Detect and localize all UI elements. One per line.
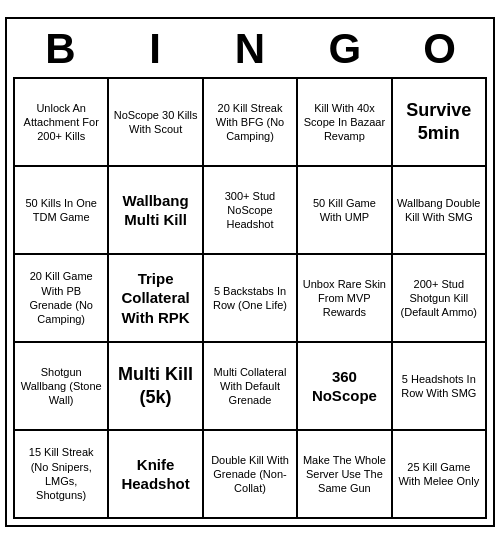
header-letter: O bbox=[396, 25, 484, 73]
bingo-cell: 20 Kill Game With PB Grenade (No Camping… bbox=[14, 254, 108, 342]
bingo-cell: 200+ Stud Shotgun Kill (Default Ammo) bbox=[392, 254, 486, 342]
bingo-cell: Wallbang Multi Kill bbox=[108, 166, 202, 254]
header-letter: G bbox=[301, 25, 389, 73]
bingo-card: BINGO Unlock An Attachment For 200+ Kill… bbox=[5, 17, 495, 527]
bingo-cell: 5 Headshots In Row With SMG bbox=[392, 342, 486, 430]
bingo-cell: 300+ Stud NoScope Headshot bbox=[203, 166, 297, 254]
header-letter: B bbox=[16, 25, 104, 73]
bingo-cell: 50 Kill Game With UMP bbox=[297, 166, 391, 254]
header-letter: N bbox=[206, 25, 294, 73]
bingo-cell: Make The Whole Server Use The Same Gun bbox=[297, 430, 391, 518]
bingo-cell: Tripe Collateral With RPK bbox=[108, 254, 202, 342]
bingo-cell: Wallbang Double Kill With SMG bbox=[392, 166, 486, 254]
bingo-cell: 25 Kill Game With Melee Only bbox=[392, 430, 486, 518]
header-letter: I bbox=[111, 25, 199, 73]
bingo-cell: Shotgun Wallbang (Stone Wall) bbox=[14, 342, 108, 430]
bingo-cell: 360 NoScope bbox=[297, 342, 391, 430]
bingo-cell: Kill With 40x Scope In Bazaar Revamp bbox=[297, 78, 391, 166]
bingo-cell: 15 Kill Streak (No Snipers, LMGs, Shotgu… bbox=[14, 430, 108, 518]
bingo-cell: NoScope 30 Kills With Scout bbox=[108, 78, 202, 166]
bingo-cell: 20 Kill Streak With BFG (No Camping) bbox=[203, 78, 297, 166]
bingo-cell: Unlock An Attachment For 200+ Kills bbox=[14, 78, 108, 166]
bingo-cell: Survive 5min bbox=[392, 78, 486, 166]
bingo-grid: Unlock An Attachment For 200+ KillsNoSco… bbox=[13, 77, 487, 519]
bingo-cell: Knife Headshot bbox=[108, 430, 202, 518]
bingo-cell: Multi Kill (5k) bbox=[108, 342, 202, 430]
bingo-cell: Unbox Rare Skin From MVP Rewards bbox=[297, 254, 391, 342]
bingo-cell: 5 Backstabs In Row (One Life) bbox=[203, 254, 297, 342]
bingo-cell: 50 Kills In One TDM Game bbox=[14, 166, 108, 254]
bingo-header: BINGO bbox=[13, 25, 487, 73]
bingo-cell: Multi Collateral With Default Grenade bbox=[203, 342, 297, 430]
bingo-cell: Double Kill With Grenade (Non-Collat) bbox=[203, 430, 297, 518]
